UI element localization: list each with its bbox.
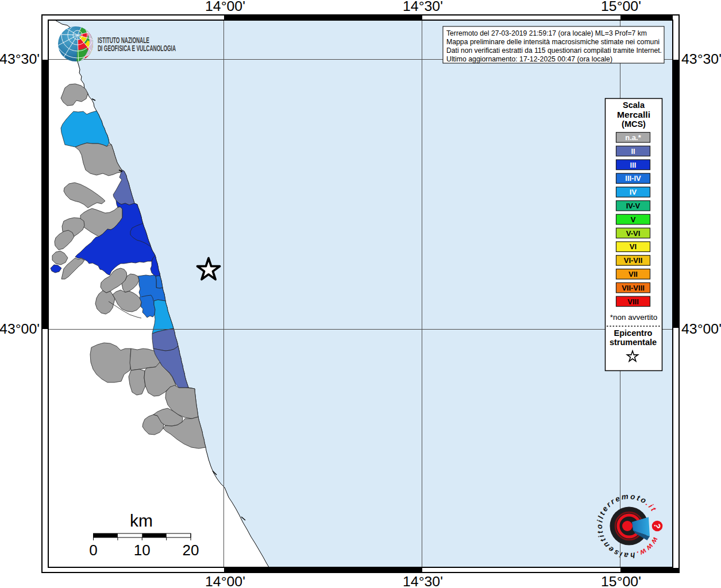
svg-text:14°30': 14°30' [403,0,443,14]
svg-text:Terremoto del 27-03-2019 21:59: Terremoto del 27-03-2019 21:59:17 (ora l… [446,29,647,37]
svg-text:VII: VII [629,270,638,278]
svg-text:?: ? [652,523,662,529]
svg-text:VII-VIII: VII-VIII [622,284,645,292]
svg-text:VI: VI [630,242,637,251]
svg-text:km: km [130,511,153,530]
svg-text:20: 20 [183,541,199,559]
svg-text:VIII: VIII [627,297,639,306]
svg-text:V-VI: V-VI [626,229,641,238]
svg-text:strumentale: strumentale [610,338,657,347]
svg-text:15°00': 15°00' [601,0,641,14]
svg-text:Scala: Scala [623,100,645,110]
svg-text:43°00': 43°00' [0,321,40,336]
svg-text:III: III [630,161,637,169]
svg-text:(MCS): (MCS) [622,119,646,129]
svg-text:Epicentro: Epicentro [614,328,653,338]
svg-text:V: V [631,215,636,224]
svg-text:15°00': 15°00' [601,574,641,588]
svg-text:14°00': 14°00' [205,0,245,14]
svg-text:10: 10 [134,541,151,559]
svg-text:43°00': 43°00' [681,321,721,336]
svg-text:14°00': 14°00' [205,574,245,588]
svg-text:DI GEOFISICA E VULCANOLOGIA: DI GEOFISICA E VULCANOLOGIA [98,44,176,53]
svg-text:14°30': 14°30' [403,574,443,588]
svg-text:Mappa preliminare delle intens: Mappa preliminare delle intensità macros… [446,37,660,46]
svg-text:43°30': 43°30' [681,51,721,67]
svg-text:IV-V: IV-V [626,202,641,210]
svg-text:Mercalli: Mercalli [617,110,650,119]
svg-text:n.a.*: n.a.* [625,133,641,142]
svg-text:Dati non verificati estratti d: Dati non verificati estratti da 115 ques… [446,46,662,55]
svg-text:0: 0 [89,541,97,559]
svg-text:Ultimo aggiornamento: 17-12-20: Ultimo aggiornamento: 17-12-2025 00:47 (… [446,55,612,63]
svg-text:VI-VII: VI-VII [624,256,643,265]
svg-text:II: II [631,147,635,156]
svg-text:IV: IV [630,188,637,196]
svg-text:III-IV: III-IV [625,174,641,183]
svg-text:43°30': 43°30' [0,51,40,67]
svg-text:*non avvertito: *non avvertito [610,313,658,322]
